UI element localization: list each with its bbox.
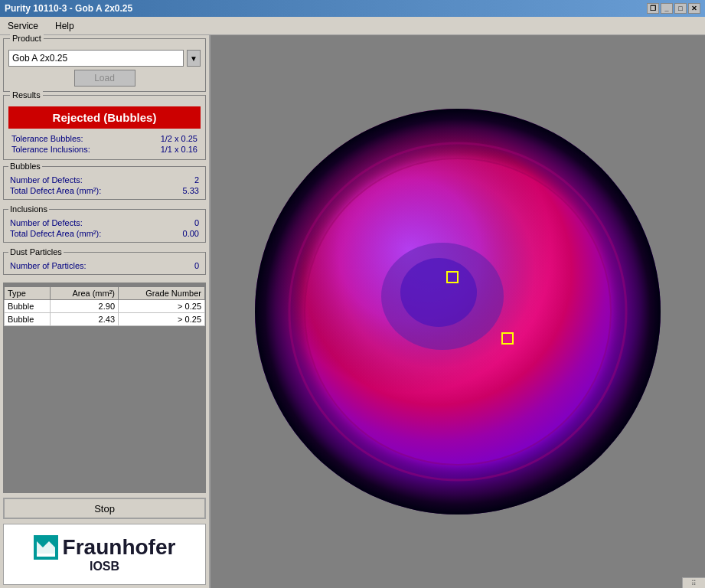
product-dropdown-arrow[interactable]: ▼ xyxy=(187,50,201,67)
lens-container xyxy=(243,97,672,526)
inclusions-defects-label: Number of Defects: xyxy=(10,218,83,227)
tolerance-bubbles-row: Tolerance Bubbles: 1/2 x 0.25 xyxy=(8,133,201,144)
tolerance-inclusions-row: Tolerance Inclusions: 1/1 x 0.16 xyxy=(8,144,201,155)
menu-help[interactable]: Help xyxy=(51,19,79,33)
menu-bar: Service Help xyxy=(0,17,705,35)
cell-grade: > 0.25 xyxy=(119,313,205,326)
title-bar-buttons: ❐ _ □ ✕ xyxy=(647,3,700,14)
dust-particles-label: Number of Particles: xyxy=(10,261,86,270)
product-group: Product ▼ Load xyxy=(3,38,206,92)
svg-point-11 xyxy=(400,258,477,327)
logo-area: Fraunhofer IOSB xyxy=(3,524,206,585)
defects-table: Type Area (mm²) Grade Number Bubble 2.90… xyxy=(4,286,205,326)
tolerance-inclusions-value: 1/1 x 0.16 xyxy=(161,145,197,154)
cell-type: Bubble xyxy=(5,300,51,313)
results-group: Results Rejected (Bubbles) Tolerance Bub… xyxy=(3,95,206,160)
inclusions-defects-row: Number of Defects: 0 xyxy=(7,217,202,228)
col-grade: Grade Number xyxy=(119,287,205,300)
cell-area: 2.90 xyxy=(50,300,118,313)
load-button[interactable]: Load xyxy=(74,70,135,87)
defects-table-wrapper: Type Area (mm²) Grade Number Bubble 2.90… xyxy=(3,283,206,493)
status-banner: Rejected (Bubbles) xyxy=(8,106,201,129)
fraunhofer-brand: Fraunhofer xyxy=(63,535,176,560)
left-panel: Product ▼ Load Results Rejected (Bubbles… xyxy=(0,35,211,588)
cell-type: Bubble xyxy=(5,313,51,326)
tolerance-bubbles-label: Tolerance Bubbles: xyxy=(11,134,83,143)
iosb-label: IOSB xyxy=(90,560,119,573)
title-bar: Purity 10110-3 - Gob A 2x0.25 ❐ _ □ ✕ xyxy=(0,0,705,17)
minimize-button[interactable]: _ xyxy=(661,3,673,14)
product-select[interactable] xyxy=(8,50,184,67)
restore-button[interactable]: ❐ xyxy=(647,3,659,14)
results-group-label: Results xyxy=(10,90,43,100)
stop-button[interactable]: Stop xyxy=(3,498,206,519)
svg-rect-2 xyxy=(37,554,55,557)
product-group-label: Product xyxy=(10,34,44,43)
window-title: Purity 10110-3 - Gob A 2x0.25 xyxy=(5,3,132,14)
bubbles-group: Bubbles Number of Defects: 2 Total Defec… xyxy=(3,166,206,200)
status-bar: ⠿ xyxy=(682,577,705,588)
cell-grade: > 0.25 xyxy=(119,300,205,313)
tolerance-inclusions-label: Tolerance Inclusions: xyxy=(11,145,90,154)
bubbles-defects-label: Number of Defects: xyxy=(10,175,83,185)
inclusions-area-value: 0.00 xyxy=(183,229,199,238)
dust-particles-value: 0 xyxy=(194,261,199,270)
product-select-wrapper: ▼ xyxy=(8,50,201,67)
dust-group: Dust Particles Number of Particles: 0 xyxy=(3,252,206,275)
right-panel: ⠿ xyxy=(211,35,705,588)
bubbles-area-value: 5.33 xyxy=(183,186,199,195)
bubbles-defects-row: Number of Defects: 2 xyxy=(7,175,202,185)
inclusions-group: Inclusions Number of Defects: 0 Total De… xyxy=(3,209,206,243)
dust-particles-row: Number of Particles: 0 xyxy=(7,260,202,271)
inclusions-defects-value: 0 xyxy=(194,218,199,227)
inclusions-area-label: Total Defect Area (mm²): xyxy=(10,229,101,238)
fraunhofer-logo-row: Fraunhofer xyxy=(34,535,176,560)
fraunhofer-icon xyxy=(34,535,58,560)
col-area: Area (mm²) xyxy=(50,287,118,300)
cell-area: 2.43 xyxy=(50,313,118,326)
col-type: Type xyxy=(5,287,51,300)
bubbles-group-label: Bubbles xyxy=(8,162,42,171)
main-layout: Product ▼ Load Results Rejected (Bubbles… xyxy=(0,35,705,588)
inclusions-area-row: Total Defect Area (mm²): 0.00 xyxy=(7,228,202,239)
menu-service[interactable]: Service xyxy=(3,19,43,33)
close-button[interactable]: ✕ xyxy=(688,3,700,14)
lens-visualization xyxy=(243,97,672,526)
inclusions-group-label: Inclusions xyxy=(8,204,49,214)
tolerance-bubbles-value: 1/2 x 0.25 xyxy=(161,134,197,143)
table-body: Bubble 2.90 > 0.25 Bubble 2.43 > 0.25 xyxy=(5,300,205,326)
maximize-button[interactable]: □ xyxy=(674,3,687,14)
table-row: Bubble 2.43 > 0.25 xyxy=(5,313,205,326)
bubbles-area-label: Total Defect Area (mm²): xyxy=(10,186,101,195)
bubbles-area-row: Total Defect Area (mm²): 5.33 xyxy=(7,185,202,196)
table-row: Bubble 2.90 > 0.25 xyxy=(5,300,205,313)
logo-content: Fraunhofer IOSB xyxy=(34,535,176,573)
dust-group-label: Dust Particles xyxy=(8,247,64,256)
bubbles-defects-value: 2 xyxy=(194,175,199,185)
